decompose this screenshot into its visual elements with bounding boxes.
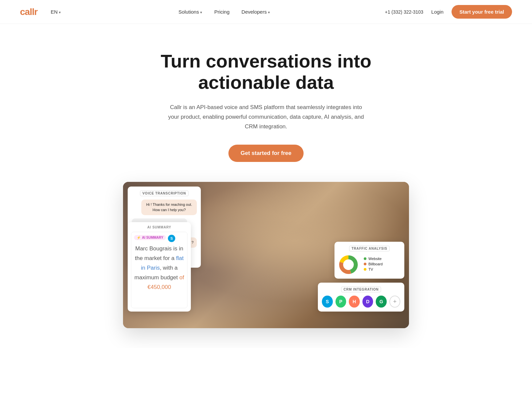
lightning-icon: ⚡ [137, 236, 141, 239]
traffic-analysis-card: TRAFFIC ANALYSIS [334, 242, 404, 279]
legend-billboard: Billboard [364, 262, 383, 266]
start-trial-button[interactable]: Start your free trial [452, 5, 512, 19]
crm-card-label: CRM INTEGRATION [341, 287, 381, 292]
legend-website: Website [364, 257, 383, 261]
solutions-chevron-icon [200, 9, 202, 15]
traffic-content: Website Billboard TV [338, 255, 400, 275]
billboard-dot [364, 263, 366, 265]
website-dot [364, 257, 366, 260]
ai-summary-section-label: AI SUMMARY [131, 225, 188, 229]
dialpad-crm-icon: D [362, 296, 373, 308]
ai-badge-row: ⚡ AI SUMMARY S [134, 235, 185, 242]
language-selector[interactable]: EN [48, 8, 64, 16]
brand-name: callr [20, 7, 38, 17]
hero-subtext: Callr is an API-based voice and SMS plat… [166, 103, 366, 132]
nav-solutions[interactable]: Solutions [179, 7, 202, 17]
ai-summary-card: AI SUMMARY ⚡ AI SUMMARY S Marc Bougrais … [128, 222, 191, 312]
voice-card-label: VOICE TRANSCRIPTION [140, 191, 188, 196]
pipedrive-crm-icon: P [335, 296, 346, 308]
legend-tv: TV [364, 267, 383, 271]
nav-center: Solutions Pricing Developers [179, 7, 270, 17]
chat-bubble-1: Hi ! Thanks for reaching out. How can I … [141, 200, 197, 215]
donut-chart [338, 255, 358, 275]
crm-integration-card: CRM INTEGRATION S P H D G + [318, 283, 404, 312]
nav-pricing[interactable]: Pricing [214, 7, 229, 17]
ai-badge: ⚡ AI SUMMARY [134, 235, 166, 240]
svg-point-3 [344, 260, 353, 269]
nav-developers[interactable]: Developers [241, 7, 270, 17]
hero-section: Turn conversations into actionable data … [0, 24, 532, 348]
tv-dot [364, 268, 366, 271]
salesforce-crm-icon: S [322, 296, 333, 308]
logo: callr [20, 7, 38, 17]
developers-chevron-icon [268, 9, 270, 15]
ai-summary-inner: ⚡ AI SUMMARY S Marc Bougrais is in the m… [131, 232, 188, 308]
traffic-card-label: TRAFFIC ANALYSIS [349, 246, 390, 251]
hero-image: VOICE TRANSCRIPTION Hi ! Thanks for reac… [123, 182, 409, 328]
nav-left: callr EN [20, 7, 64, 17]
crm-icons: S P H D G + [322, 296, 400, 308]
lang-chevron-icon [59, 9, 61, 15]
login-link[interactable]: Login [431, 9, 444, 15]
billboard-label: Billboard [368, 262, 383, 266]
sheets-crm-icon: G [376, 296, 387, 308]
hero-background-photo: VOICE TRANSCRIPTION Hi ! Thanks for reac… [123, 182, 409, 328]
ai-summary-text: Marc Bougrais is in the market for a fla… [134, 244, 185, 292]
traffic-legend: Website Billboard TV [364, 257, 383, 273]
tv-label: TV [368, 267, 373, 271]
nav-right: +1 (332) 322-3103 Login Start your free … [385, 5, 512, 19]
get-started-button[interactable]: Get started for free [228, 145, 303, 162]
lang-label: EN [51, 9, 58, 15]
salesforce-icon: S [168, 235, 175, 242]
ai-badge-label: AI SUMMARY [142, 236, 163, 239]
navbar: callr EN Solutions Pricing Developers +1… [0, 0, 532, 24]
hubspot-crm-icon: H [349, 296, 360, 308]
website-label: Website [368, 257, 382, 261]
add-crm-button[interactable]: + [389, 296, 400, 308]
phone-number: +1 (332) 322-3103 [385, 9, 423, 15]
hero-headline: Turn conversations into actionable data [140, 51, 392, 93]
